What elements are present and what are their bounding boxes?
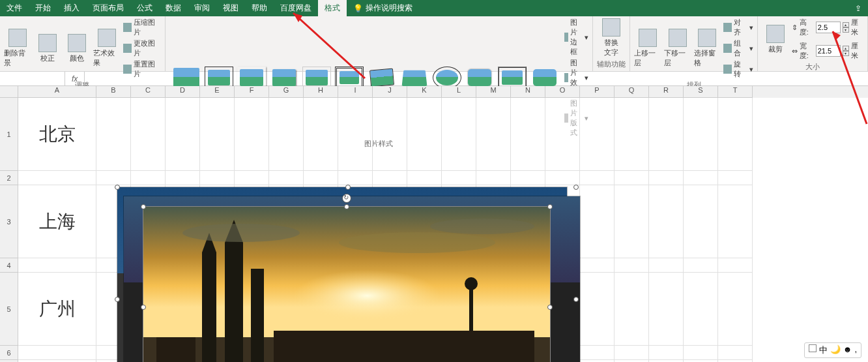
cell[interactable]	[649, 258, 684, 273]
col-header-M[interactable]: M	[476, 86, 511, 98]
row-header[interactable]: 3	[0, 185, 18, 258]
cell[interactable]	[718, 273, 753, 346]
ime-face-icon[interactable]: ☻	[843, 344, 852, 356]
cell[interactable]: 上海	[18, 185, 96, 258]
cell[interactable]	[304, 98, 338, 171]
cell[interactable]	[166, 171, 200, 185]
group-handle-n[interactable]	[345, 185, 351, 190]
cell[interactable]	[442, 171, 476, 185]
style-item-2[interactable]	[205, 67, 233, 89]
cell[interactable]	[649, 98, 684, 171]
col-header-E[interactable]: E	[200, 86, 235, 98]
cell[interactable]	[684, 258, 718, 273]
col-header-N[interactable]: N	[511, 86, 545, 98]
cell[interactable]	[615, 273, 649, 346]
cell[interactable]	[235, 98, 269, 171]
cell[interactable]	[131, 98, 166, 171]
cell[interactable]	[407, 171, 442, 185]
width-down[interactable]: ▾	[843, 51, 849, 56]
menu-help[interactable]: 帮助	[245, 0, 274, 16]
cell[interactable]	[96, 171, 131, 185]
cell[interactable]	[718, 185, 753, 258]
cell[interactable]	[615, 185, 649, 258]
width-up[interactable]: ▴	[843, 46, 849, 51]
cell[interactable]	[580, 185, 615, 258]
compress-picture-button[interactable]: 压缩图片	[123, 18, 161, 37]
row-header[interactable]: 1	[0, 98, 18, 171]
cell[interactable]	[615, 98, 649, 171]
bring-forward-button[interactable]: 上移一层	[634, 28, 661, 68]
cell[interactable]	[580, 273, 615, 346]
col-header-I[interactable]: I	[338, 86, 373, 98]
menu-insert[interactable]: 插入	[57, 0, 86, 16]
cell[interactable]	[235, 171, 269, 185]
style-item-7[interactable]	[368, 67, 396, 89]
cell[interactable]	[545, 171, 580, 185]
menu-file[interactable]: 文件	[0, 0, 29, 16]
cell[interactable]	[269, 98, 304, 171]
cell[interactable]: 广州	[18, 273, 96, 346]
resize-handle-n[interactable]	[344, 204, 349, 209]
height-down[interactable]: ▾	[843, 27, 849, 33]
cell[interactable]	[615, 258, 649, 273]
col-header-T[interactable]: T	[718, 86, 753, 98]
cell[interactable]	[649, 346, 684, 360]
resize-handle-nw[interactable]	[141, 204, 146, 209]
cell[interactable]	[511, 171, 545, 185]
cell[interactable]	[131, 171, 166, 185]
cell[interactable]	[684, 98, 718, 171]
ime-moon-icon[interactable]: 🌙	[830, 344, 841, 356]
cell[interactable]	[545, 98, 580, 171]
style-item-12[interactable]	[530, 67, 559, 89]
col-header-A[interactable]: A	[18, 86, 96, 98]
row-header[interactable]: 4	[0, 258, 18, 273]
style-item-8[interactable]	[400, 67, 429, 89]
cell[interactable]	[718, 171, 753, 185]
align-button[interactable]: 对齐 ▾	[723, 18, 753, 37]
cell[interactable]	[511, 98, 545, 171]
col-header-J[interactable]: J	[373, 86, 407, 98]
row-header[interactable]: 2	[0, 171, 18, 185]
cell[interactable]	[338, 98, 373, 171]
menu-format[interactable]: 格式	[318, 0, 347, 16]
cell[interactable]	[442, 98, 476, 171]
fx-label[interactable]: fx	[65, 74, 84, 83]
menu-view[interactable]: 视图	[216, 0, 245, 16]
cell[interactable]	[18, 171, 96, 185]
col-header-K[interactable]: K	[407, 86, 442, 98]
cell[interactable]	[18, 258, 96, 273]
menu-home[interactable]: 开始	[29, 0, 57, 16]
remove-background-button[interactable]: 删除背景	[4, 28, 31, 68]
cell[interactable]	[684, 171, 718, 185]
style-item-9[interactable]	[433, 67, 461, 89]
name-box[interactable]	[0, 72, 65, 85]
col-header-D[interactable]: D	[166, 86, 200, 98]
selection-pane-button[interactable]: 选择窗格	[694, 28, 721, 68]
group-button[interactable]: 组合 ▾	[723, 38, 753, 58]
menu-data[interactable]: 数据	[159, 0, 188, 16]
cell[interactable]	[718, 346, 753, 360]
rotate-handle[interactable]	[342, 194, 351, 203]
col-header-F[interactable]: F	[235, 86, 269, 98]
color-button[interactable]: 颜色	[63, 28, 91, 68]
cell[interactable]	[684, 346, 718, 360]
menu-review[interactable]: 审阅	[188, 0, 216, 16]
change-picture-button[interactable]: 更改图片	[123, 38, 161, 58]
col-header-P[interactable]: P	[580, 86, 615, 98]
width-input[interactable]	[816, 45, 841, 57]
cell[interactable]	[615, 171, 649, 185]
height-input[interactable]	[816, 22, 841, 33]
picture-3-front[interactable]	[143, 207, 550, 362]
col-header-B[interactable]: B	[96, 86, 131, 98]
cell[interactable]	[684, 185, 718, 258]
cell[interactable]	[718, 98, 753, 171]
send-backward-button[interactable]: 下移一层	[664, 28, 691, 68]
cell[interactable]: 北京	[18, 98, 96, 171]
cell[interactable]	[18, 346, 96, 360]
cell[interactable]	[718, 258, 753, 273]
style-item-6[interactable]	[335, 67, 364, 89]
ime-check-icon[interactable]	[809, 344, 817, 352]
resize-handle-ne[interactable]	[547, 204, 553, 209]
cell[interactable]	[373, 171, 407, 185]
cell[interactable]	[580, 258, 615, 273]
